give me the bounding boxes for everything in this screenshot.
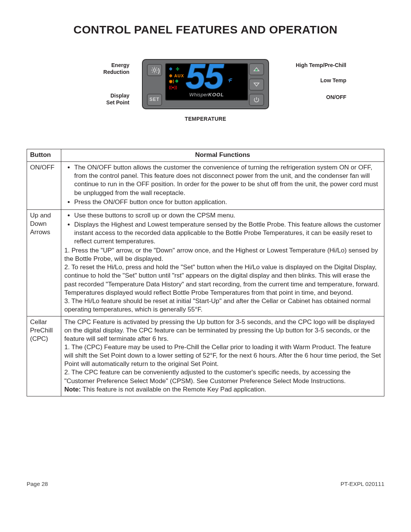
brand-prefix: Whisper bbox=[189, 92, 208, 97]
list-item: The ON/OFF button allows the customer th… bbox=[74, 163, 381, 197]
list-item: Use these buttons to scroll up or down t… bbox=[74, 211, 381, 220]
temperature-caption: TEMPERATURE bbox=[142, 115, 269, 122]
brand-label: WhisperKOOL bbox=[166, 92, 247, 98]
callout-display-set-point: DisplaySet Point bbox=[76, 93, 129, 106]
header-functions: Normal Functions bbox=[61, 149, 384, 162]
note-text: This feature is not available on the Rem… bbox=[81, 386, 266, 393]
power-button[interactable] bbox=[249, 94, 264, 106]
aux-indicator: ❄ AUX bbox=[169, 74, 184, 78]
svg-line-5 bbox=[152, 68, 153, 69]
list-item: Press the ON/OFF button once for button … bbox=[74, 198, 381, 206]
table-header-row: Button Normal Functions bbox=[27, 149, 384, 162]
page-title: CONTROL PANEL FEATURES AND OPERATION bbox=[27, 22, 384, 37]
temperature-readout: 55 bbox=[186, 63, 223, 94]
triangle-down-icon bbox=[253, 81, 260, 88]
callout-energy-reduction: EnergyReduction bbox=[76, 62, 129, 75]
power-icon bbox=[253, 96, 260, 104]
list-item: Displays the Highest and Lowest temperat… bbox=[74, 220, 381, 246]
numbered-item: 2. The CPC feature can be conveniently a… bbox=[64, 368, 381, 385]
table-row: Cellar PreChill (CPC) The CPC Feature is… bbox=[27, 316, 384, 396]
target-icon: ◉) bbox=[169, 79, 174, 83]
brand-bold: KOOL bbox=[208, 92, 224, 97]
down-arrow-button[interactable] bbox=[249, 78, 264, 91]
svg-line-7 bbox=[152, 72, 153, 73]
snowflake-icon: ❄ bbox=[169, 67, 172, 71]
callout-text: DisplaySet Point bbox=[106, 93, 129, 105]
callout-on-off: ON/OFF bbox=[326, 94, 346, 101]
svg-line-8 bbox=[156, 68, 157, 69]
row-functions: The ON/OFF button allows the customer th… bbox=[61, 162, 384, 209]
snowflake-small-icon: ❄ bbox=[175, 79, 178, 83]
control-panel-diagram: EnergyReduction DisplaySet Point High Te… bbox=[80, 59, 331, 122]
row-button-label: ON/OFF bbox=[27, 162, 61, 209]
digital-display: ❄ ✣ ❄ AUX ◉) ❄ ((●)) 55 F WhisperKOOL bbox=[165, 63, 248, 101]
row-intro: The CPC Feature is activated by pressing… bbox=[64, 318, 381, 343]
footer-page: Page 28 bbox=[27, 480, 48, 488]
note-label: Note: bbox=[64, 386, 81, 393]
set-button[interactable]: SET bbox=[147, 94, 162, 106]
functions-table: Button Normal Functions ON/OFF The ON/OF… bbox=[27, 149, 384, 396]
row-functions: The CPC Feature is activated by pressing… bbox=[61, 316, 384, 396]
svg-point-0 bbox=[153, 69, 156, 72]
footer-doc-id: PT-EXPL 020111 bbox=[341, 480, 384, 488]
callout-text: EnergyReduction bbox=[104, 62, 129, 75]
page-footer: Page 28 PT-EXPL 020111 bbox=[27, 480, 384, 488]
row-functions: Use these buttons to scroll up or down t… bbox=[61, 209, 384, 316]
sun-small-icon: ☀ bbox=[255, 68, 258, 73]
header-button: Button bbox=[27, 149, 61, 162]
numbered-item: 1. The (CPC) Feature may be used to Pre-… bbox=[64, 343, 381, 368]
svg-line-6 bbox=[156, 72, 157, 73]
control-panel: ) SET ☀ ❄ ✣ ❄ AUX ◉) ❄ ((●)) 55 F bbox=[142, 59, 269, 109]
row-button-label: Up and Down Arrows bbox=[27, 209, 61, 316]
fan-icon: ✣ bbox=[176, 67, 179, 71]
up-arrow-button[interactable]: ☀ bbox=[249, 63, 264, 75]
alarm-icon: ((●)) bbox=[169, 85, 177, 89]
row-button-label: Cellar PreChill (CPC) bbox=[27, 316, 61, 396]
numbered-item: 2. To reset the Hi/Lo, press and hold th… bbox=[64, 263, 381, 297]
table-row: ON/OFF The ON/OFF button allows the cust… bbox=[27, 162, 384, 209]
callout-high-temp: High Temp/Pre-Chill bbox=[296, 62, 346, 69]
callout-low-temp: Low Temp bbox=[320, 77, 346, 84]
numbered-item: 3. The Hi/Lo feature should be reset at … bbox=[64, 297, 381, 314]
note: Note: This feature is not available on t… bbox=[64, 385, 381, 394]
table-row: Up and Down Arrows Use these buttons to … bbox=[27, 209, 384, 316]
sun-icon bbox=[151, 66, 158, 74]
energy-reduction-button[interactable]: ) bbox=[147, 64, 162, 76]
numbered-item: 1. Press the "UP" arrow, or the "Down" a… bbox=[64, 246, 381, 263]
temperature-unit: F bbox=[228, 77, 232, 84]
